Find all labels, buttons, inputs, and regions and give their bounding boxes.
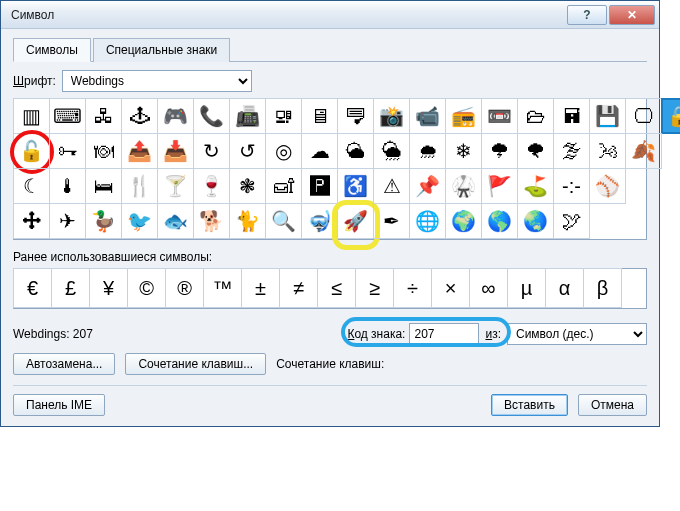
recent-cell[interactable]: ™ [203,268,242,308]
symbol-cell[interactable]: 🖵 [625,98,662,134]
symbol-cell[interactable]: 🕊 [553,203,590,239]
symbol-cell[interactable]: 💾 [589,98,626,134]
symbol-cell[interactable]: 🚩 [481,168,518,204]
symbol-cell[interactable]: ☾ [13,168,50,204]
recent-cell[interactable]: × [431,268,470,308]
symbol-cell[interactable]: 🚀 [337,203,374,239]
symbol-cell[interactable]: ☁ [301,133,338,169]
symbol-cell[interactable]: ◎ [265,133,302,169]
symbol-cell[interactable]: 🎮 [157,98,194,134]
symbol-cell[interactable]: ❄ [445,133,482,169]
symbol-cell[interactable]: 🌦 [373,133,410,169]
symbol-cell[interactable]: 📠 [229,98,266,134]
symbol-cell[interactable]: 🗁 [517,98,554,134]
recent-cell[interactable]: ÷ [393,268,432,308]
recent-cell[interactable]: € [13,268,52,308]
symbol-cell[interactable]: ▥ [13,98,50,134]
tab-special[interactable]: Специальные знаки [93,38,230,62]
symbol-cell[interactable]: 🖧 [85,98,122,134]
symbol-cell[interactable]: 🖦 [337,98,374,134]
symbol-cell[interactable]: ♿ [337,168,374,204]
symbol-cell[interactable]: 🍸 [157,168,194,204]
recent-cell[interactable]: ± [241,268,280,308]
symbol-cell[interactable]: 📸 [373,98,410,134]
recent-cell[interactable]: α [545,268,584,308]
symbol-cell[interactable]: 🌍 [445,203,482,239]
symbol-cell[interactable]: 🔍 [265,203,302,239]
symbol-cell[interactable]: 🌏 [517,203,554,239]
symbol-cell[interactable]: 🐦 [121,203,158,239]
symbol-cell[interactable]: ⌨ [49,98,86,134]
help-button[interactable]: ? [567,5,607,25]
symbol-cell[interactable]: 🍷 [193,168,230,204]
symbol-cell[interactable]: 🐈 [229,203,266,239]
symbol-cell[interactable]: 🅿 [301,168,338,204]
autocorrect-button[interactable]: Автозамена... [13,353,115,375]
recent-cell[interactable]: ® [165,268,204,308]
symbol-cell[interactable]: 🌩 [481,133,518,169]
symbol-cell[interactable]: 📻 [445,98,482,134]
symbol-cell[interactable]: 🔒 [661,98,680,134]
symbol-cell[interactable]: 🖥 [301,98,338,134]
symbol-cell[interactable]: 📹 [409,98,446,134]
symbol-cell[interactable]: ✈ [49,203,86,239]
symbol-cell[interactable]: 🖬 [553,98,590,134]
from-select[interactable]: Символ (дес.) [507,323,647,345]
symbol-cell[interactable]: 🐟 [157,203,194,239]
recent-cell[interactable]: ≥ [355,268,394,308]
symbol-cell[interactable]: 🛋 [265,168,302,204]
symbol-cell[interactable]: ✒ [373,203,410,239]
symbol-cell[interactable]: 🐕 [193,203,230,239]
symbol-cell[interactable]: 🌫 [553,133,590,169]
symbol-cell[interactable]: 🕂 [13,203,50,239]
symbol-cell[interactable]: 📥 [157,133,194,169]
symbol-cell[interactable]: 🌪 [517,133,554,169]
symbol-cell[interactable]: 🥋 [445,168,482,204]
symbol-cell[interactable]: ⚾ [589,168,626,204]
client-area: Символы Специальные знаки ШШрифт:рифт: W… [1,29,659,426]
symbol-cell[interactable]: 🌬 [589,133,626,169]
tab-symbols[interactable]: Символы [13,38,91,62]
symbol-cell[interactable]: 🍴 [121,168,158,204]
symbol-cell[interactable]: ❃ [229,168,266,204]
shortcut-button[interactable]: Сочетание клавиш... [125,353,266,375]
symbol-cell[interactable]: 📤 [121,133,158,169]
symbol-cell[interactable]: -:- [553,168,590,204]
recent-cell[interactable]: ¥ [89,268,128,308]
symbol-cell[interactable]: 🖳 [265,98,302,134]
recent-cell[interactable]: ≤ [317,268,356,308]
symbol-cell[interactable]: 🔓 [13,133,50,169]
close-button[interactable]: ✕ [609,5,655,25]
symbol-cell[interactable]: 🌎 [481,203,518,239]
symbol-cell[interactable]: 🗝 [49,133,86,169]
symbol-cell[interactable]: 🕹 [121,98,158,134]
recent-cell[interactable]: £ [51,268,90,308]
code-input[interactable] [409,323,479,345]
recent-cell[interactable]: ∞ [469,268,508,308]
symbol-cell[interactable]: 📞 [193,98,230,134]
symbol-cell[interactable]: 🤿 [301,203,338,239]
symbol-cell[interactable]: ⚠ [373,168,410,204]
symbol-cell[interactable]: ↺ [229,133,266,169]
font-select[interactable]: Webdings [62,70,252,92]
symbol-cell[interactable]: 🍽 [85,133,122,169]
symbol-cell[interactable]: 🍂 [625,133,662,169]
symbol-cell[interactable]: ↻ [193,133,230,169]
recent-grid: €£¥©®™±≠≤≥÷×∞µαβ [13,268,647,309]
symbol-cell[interactable]: 📼 [481,98,518,134]
recent-cell[interactable]: ≠ [279,268,318,308]
recent-cell[interactable]: © [127,268,166,308]
cancel-button[interactable]: Отмена [578,394,647,416]
symbol-cell[interactable]: 🌥 [337,133,374,169]
insert-button[interactable]: Вставить [491,394,568,416]
symbol-cell[interactable]: 🌐 [409,203,446,239]
symbol-cell[interactable]: 🦆 [85,203,122,239]
symbol-cell[interactable]: 🛏 [85,168,122,204]
recent-cell[interactable]: β [583,268,622,308]
symbol-cell[interactable]: 🌡 [49,168,86,204]
symbol-cell[interactable]: ⛳ [517,168,554,204]
recent-cell[interactable]: µ [507,268,546,308]
symbol-cell[interactable]: 🌧 [409,133,446,169]
symbol-cell[interactable]: 📌 [409,168,446,204]
ime-panel-button[interactable]: Панель IME [13,394,105,416]
